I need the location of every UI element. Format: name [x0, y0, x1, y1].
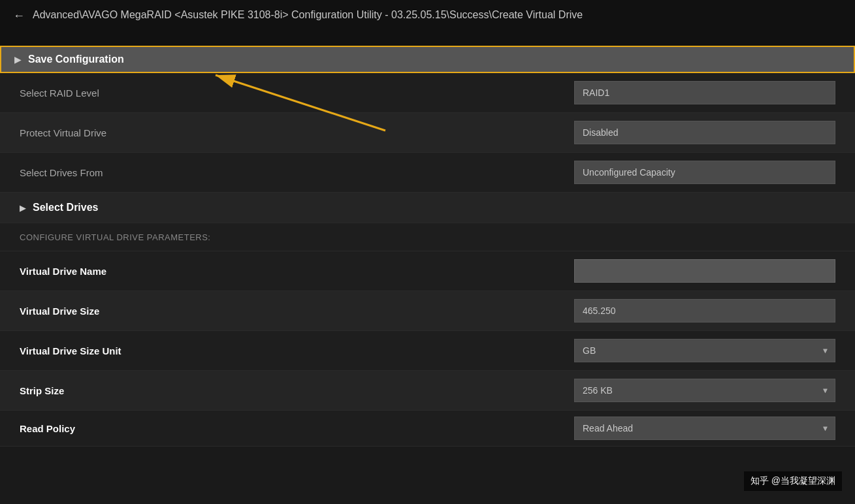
select-drives-label: Select Drives	[33, 202, 99, 213]
virtual-drive-size-unit-select-wrapper: GB MB TB ▼	[574, 339, 835, 362]
read-policy-row: Read Policy Read Ahead No Read Ahead Ada…	[0, 411, 855, 447]
header-bar: ← Advanced\AVAGO MegaRAID <Asustek PIKE …	[0, 0, 855, 46]
virtual-drive-size-unit-row: Virtual Drive Size Unit GB MB TB ▼	[0, 331, 855, 371]
strip-size-row: Strip Size 256 KB 64 KB 128 KB 512 KB 1 …	[0, 371, 855, 411]
virtual-drive-size-unit-value-container: GB MB TB ▼	[574, 339, 835, 362]
virtual-drive-size-value-container	[574, 299, 835, 323]
virtual-drive-name-row: Virtual Drive Name	[0, 251, 855, 291]
main-content: Select RAID Level Protect Virtual Drive …	[0, 73, 855, 447]
virtual-drive-size-unit-label: Virtual Drive Size Unit	[20, 345, 574, 356]
page-title: Advanced\AVAGO MegaRAID <Asustek PIKE 31…	[33, 8, 583, 22]
configure-section-header: CONFIGURE VIRTUAL DRIVE PARAMETERS:	[0, 223, 855, 251]
back-arrow-icon: ←	[13, 9, 25, 23]
virtual-drive-name-input[interactable]	[574, 259, 835, 283]
read-policy-select[interactable]: Read Ahead No Read Ahead Adaptive	[574, 417, 835, 440]
virtual-drive-size-row: Virtual Drive Size	[0, 291, 855, 331]
select-raid-level-label: Select RAID Level	[20, 87, 574, 99]
protect-virtual-drive-value-container	[574, 121, 835, 144]
read-policy-label: Read Policy	[20, 423, 574, 434]
virtual-drive-name-label: Virtual Drive Name	[20, 266, 574, 277]
select-drives-from-label: Select Drives From	[20, 167, 574, 178]
protect-virtual-drive-label: Protect Virtual Drive	[20, 127, 574, 138]
protect-virtual-drive-input[interactable]	[574, 121, 835, 144]
select-raid-level-row: Select RAID Level	[0, 73, 855, 113]
select-raid-level-input[interactable]	[574, 81, 835, 104]
read-policy-select-wrapper: Read Ahead No Read Ahead Adaptive ▼	[574, 417, 835, 440]
save-configuration-button[interactable]: ▶ Save Configuration	[0, 46, 855, 73]
read-policy-value-container: Read Ahead No Read Ahead Adaptive ▼	[574, 417, 835, 440]
strip-size-label: Strip Size	[20, 385, 574, 396]
strip-size-select[interactable]: 256 KB 64 KB 128 KB 512 KB 1 MB	[574, 379, 835, 402]
save-config-label: Save Configuration	[28, 54, 124, 65]
watermark: 知乎 @当我凝望深渊	[744, 471, 842, 491]
virtual-drive-size-input[interactable]	[574, 299, 835, 323]
select-drives-arrow-icon: ▶	[20, 203, 26, 213]
virtual-drive-name-value-container	[574, 259, 835, 283]
virtual-drive-size-unit-select[interactable]: GB MB TB	[574, 339, 835, 362]
select-drives-from-input[interactable]	[574, 161, 835, 184]
select-drives-row[interactable]: ▶ Select Drives	[0, 193, 855, 223]
strip-size-value-container: 256 KB 64 KB 128 KB 512 KB 1 MB ▼	[574, 379, 835, 402]
select-drives-from-value-container	[574, 161, 835, 184]
virtual-drive-size-label: Virtual Drive Size	[20, 306, 574, 317]
select-drives-from-row: Select Drives From	[0, 153, 855, 193]
select-raid-level-value-container	[574, 81, 835, 104]
strip-size-select-wrapper: 256 KB 64 KB 128 KB 512 KB 1 MB ▼	[574, 379, 835, 402]
configure-section-title: CONFIGURE VIRTUAL DRIVE PARAMETERS:	[20, 232, 210, 242]
protect-virtual-drive-row: Protect Virtual Drive	[0, 113, 855, 153]
save-config-arrow-icon: ▶	[14, 54, 22, 65]
